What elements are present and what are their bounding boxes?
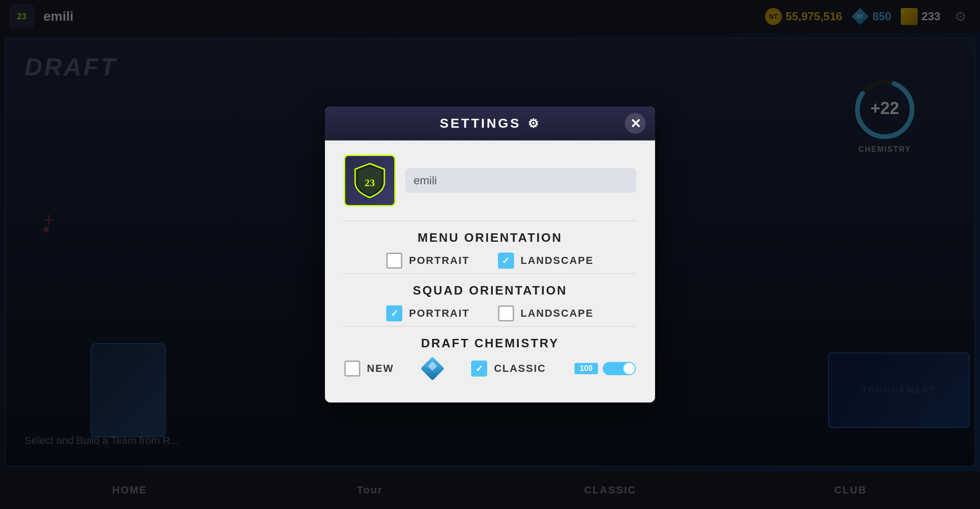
draft-new-checkbox[interactable]	[344, 361, 360, 377]
menu-portrait-checkbox[interactable]	[386, 253, 402, 269]
modal-title: SETTINGS ⚙	[440, 116, 540, 131]
squad-landscape-item: LANDSCAPE	[498, 305, 594, 321]
squad-portrait-checkbox[interactable]	[386, 305, 402, 321]
draft-classic-checkbox[interactable]	[471, 361, 487, 377]
divider-3	[344, 326, 636, 327]
modal-close-button[interactable]: ✕	[625, 113, 646, 134]
squad-portrait-item: PORTRAIT	[386, 305, 469, 321]
toggle-value-badge: 100	[574, 363, 598, 374]
divider-1	[344, 221, 636, 221]
diamond-icon	[422, 358, 443, 379]
shield-icon: 23	[353, 162, 386, 199]
username-input[interactable]	[405, 168, 636, 193]
menu-portrait-label: PORTRAIT	[409, 254, 469, 267]
draft-chemistry-header: DRAFT CHEMISTRY	[344, 336, 636, 351]
draft-classic-item: CLASSIC	[471, 361, 546, 377]
menu-orientation-header: MENU ORIENTATION	[344, 230, 636, 245]
menu-orientation-row: PORTRAIT LANDSCAPE	[344, 253, 636, 269]
menu-landscape-item: LANDSCAPE	[498, 253, 594, 269]
svg-text:23: 23	[365, 177, 375, 189]
draft-chemistry-row: NEW CLASSIC 100	[344, 358, 636, 379]
squad-portrait-label: PORTRAIT	[409, 307, 469, 320]
modal-gear-icon: ⚙	[528, 116, 540, 131]
toggle-thumb	[623, 363, 635, 374]
menu-landscape-checkbox[interactable]	[498, 253, 514, 269]
modal-body: 23 MENU ORIENTATION PORTRAIT LANDSCAPE S…	[325, 140, 655, 402]
squad-orientation-row: PORTRAIT LANDSCAPE	[344, 305, 636, 321]
draft-classic-label: CLASSIC	[494, 362, 546, 375]
draft-new-item: NEW	[344, 361, 394, 377]
menu-portrait-item: PORTRAIT	[386, 253, 469, 269]
squad-orientation-header: SQUAD ORIENTATION	[344, 283, 636, 298]
chemistry-toggle-container: 100	[574, 362, 636, 375]
modal-header: SETTINGS ⚙ ✕	[325, 107, 655, 140]
draft-new-label: NEW	[367, 362, 394, 375]
avatar[interactable]: 23	[344, 155, 396, 206]
menu-landscape-label: LANDSCAPE	[521, 254, 594, 267]
squad-landscape-checkbox[interactable]	[498, 305, 514, 321]
avatar-badge: 23	[353, 162, 386, 199]
settings-modal: SETTINGS ⚙ ✕ 23 MENU ORIENTATIO	[325, 107, 655, 402]
squad-landscape-label: LANDSCAPE	[521, 307, 594, 320]
divider-2	[344, 273, 636, 274]
profile-section: 23	[344, 155, 636, 206]
chemistry-toggle[interactable]	[603, 362, 636, 375]
